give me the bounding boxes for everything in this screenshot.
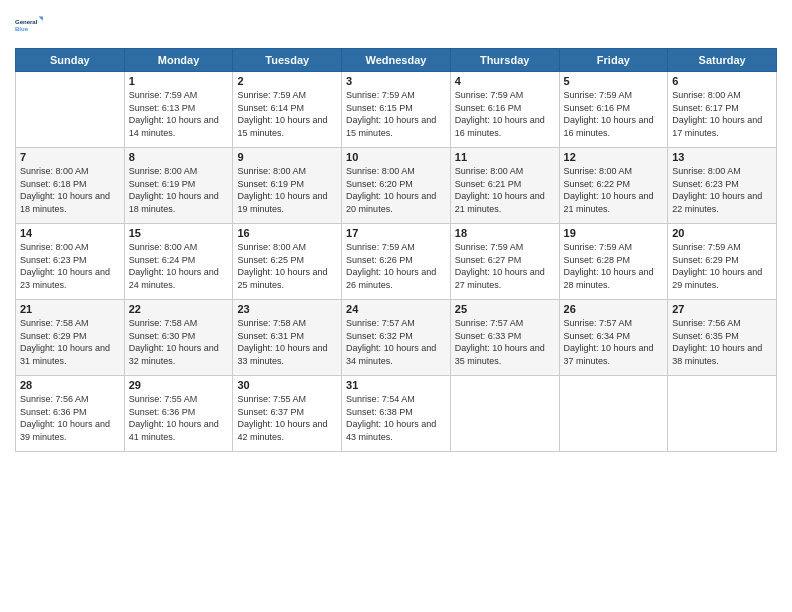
- calendar-week-row: 28Sunrise: 7:56 AMSunset: 6:36 PMDayligh…: [16, 376, 777, 452]
- calendar-day-cell: 16Sunrise: 8:00 AMSunset: 6:25 PMDayligh…: [233, 224, 342, 300]
- calendar-day-cell: 27Sunrise: 7:56 AMSunset: 6:35 PMDayligh…: [668, 300, 777, 376]
- day-info: Sunrise: 7:58 AMSunset: 6:31 PMDaylight:…: [237, 317, 337, 367]
- weekday-header-cell: Thursday: [450, 49, 559, 72]
- day-info: Sunrise: 7:57 AMSunset: 6:33 PMDaylight:…: [455, 317, 555, 367]
- day-info: Sunrise: 7:59 AMSunset: 6:15 PMDaylight:…: [346, 89, 446, 139]
- calendar-day-cell: [450, 376, 559, 452]
- day-number: 24: [346, 303, 446, 315]
- day-number: 19: [564, 227, 664, 239]
- day-info: Sunrise: 7:59 AMSunset: 6:16 PMDaylight:…: [564, 89, 664, 139]
- calendar-table: SundayMondayTuesdayWednesdayThursdayFrid…: [15, 48, 777, 452]
- svg-text:Blue: Blue: [15, 26, 29, 32]
- day-number: 3: [346, 75, 446, 87]
- day-number: 12: [564, 151, 664, 163]
- day-number: 6: [672, 75, 772, 87]
- weekday-header-cell: Friday: [559, 49, 668, 72]
- day-number: 20: [672, 227, 772, 239]
- calendar-day-cell: 10Sunrise: 8:00 AMSunset: 6:20 PMDayligh…: [342, 148, 451, 224]
- day-info: Sunrise: 8:00 AMSunset: 6:19 PMDaylight:…: [129, 165, 229, 215]
- calendar-day-cell: 3Sunrise: 7:59 AMSunset: 6:15 PMDaylight…: [342, 72, 451, 148]
- calendar-body: 1Sunrise: 7:59 AMSunset: 6:13 PMDaylight…: [16, 72, 777, 452]
- day-number: 1: [129, 75, 229, 87]
- weekday-header-row: SundayMondayTuesdayWednesdayThursdayFrid…: [16, 49, 777, 72]
- day-info: Sunrise: 8:00 AMSunset: 6:22 PMDaylight:…: [564, 165, 664, 215]
- day-number: 11: [455, 151, 555, 163]
- calendar-day-cell: 11Sunrise: 8:00 AMSunset: 6:21 PMDayligh…: [450, 148, 559, 224]
- day-info: Sunrise: 7:54 AMSunset: 6:38 PMDaylight:…: [346, 393, 446, 443]
- day-info: Sunrise: 7:59 AMSunset: 6:14 PMDaylight:…: [237, 89, 337, 139]
- calendar-day-cell: 14Sunrise: 8:00 AMSunset: 6:23 PMDayligh…: [16, 224, 125, 300]
- calendar-day-cell: 23Sunrise: 7:58 AMSunset: 6:31 PMDayligh…: [233, 300, 342, 376]
- day-number: 21: [20, 303, 120, 315]
- day-info: Sunrise: 7:56 AMSunset: 6:36 PMDaylight:…: [20, 393, 120, 443]
- weekday-header-cell: Wednesday: [342, 49, 451, 72]
- calendar-day-cell: [668, 376, 777, 452]
- day-number: 10: [346, 151, 446, 163]
- calendar-day-cell: 1Sunrise: 7:59 AMSunset: 6:13 PMDaylight…: [124, 72, 233, 148]
- svg-marker-2: [39, 16, 43, 20]
- page: GeneralBlue SundayMondayTuesdayWednesday…: [0, 0, 792, 612]
- calendar-day-cell: 29Sunrise: 7:55 AMSunset: 6:36 PMDayligh…: [124, 376, 233, 452]
- calendar-week-row: 1Sunrise: 7:59 AMSunset: 6:13 PMDaylight…: [16, 72, 777, 148]
- calendar-day-cell: 4Sunrise: 7:59 AMSunset: 6:16 PMDaylight…: [450, 72, 559, 148]
- weekday-header-cell: Monday: [124, 49, 233, 72]
- day-number: 17: [346, 227, 446, 239]
- calendar-day-cell: 30Sunrise: 7:55 AMSunset: 6:37 PMDayligh…: [233, 376, 342, 452]
- calendar-day-cell: 13Sunrise: 8:00 AMSunset: 6:23 PMDayligh…: [668, 148, 777, 224]
- day-info: Sunrise: 7:59 AMSunset: 6:13 PMDaylight:…: [129, 89, 229, 139]
- calendar-week-row: 21Sunrise: 7:58 AMSunset: 6:29 PMDayligh…: [16, 300, 777, 376]
- svg-text:General: General: [15, 19, 38, 25]
- day-number: 2: [237, 75, 337, 87]
- day-number: 28: [20, 379, 120, 391]
- day-number: 25: [455, 303, 555, 315]
- calendar-day-cell: 19Sunrise: 7:59 AMSunset: 6:28 PMDayligh…: [559, 224, 668, 300]
- calendar-day-cell: 18Sunrise: 7:59 AMSunset: 6:27 PMDayligh…: [450, 224, 559, 300]
- calendar-day-cell: 12Sunrise: 8:00 AMSunset: 6:22 PMDayligh…: [559, 148, 668, 224]
- calendar-day-cell: 21Sunrise: 7:58 AMSunset: 6:29 PMDayligh…: [16, 300, 125, 376]
- calendar-day-cell: 31Sunrise: 7:54 AMSunset: 6:38 PMDayligh…: [342, 376, 451, 452]
- day-info: Sunrise: 8:00 AMSunset: 6:23 PMDaylight:…: [672, 165, 772, 215]
- calendar-day-cell: 20Sunrise: 7:59 AMSunset: 6:29 PMDayligh…: [668, 224, 777, 300]
- weekday-header-cell: Tuesday: [233, 49, 342, 72]
- calendar-day-cell: 28Sunrise: 7:56 AMSunset: 6:36 PMDayligh…: [16, 376, 125, 452]
- calendar-week-row: 14Sunrise: 8:00 AMSunset: 6:23 PMDayligh…: [16, 224, 777, 300]
- calendar-day-cell: 7Sunrise: 8:00 AMSunset: 6:18 PMDaylight…: [16, 148, 125, 224]
- calendar-day-cell: 22Sunrise: 7:58 AMSunset: 6:30 PMDayligh…: [124, 300, 233, 376]
- day-number: 22: [129, 303, 229, 315]
- day-info: Sunrise: 7:56 AMSunset: 6:35 PMDaylight:…: [672, 317, 772, 367]
- calendar-day-cell: 5Sunrise: 7:59 AMSunset: 6:16 PMDaylight…: [559, 72, 668, 148]
- day-info: Sunrise: 8:00 AMSunset: 6:17 PMDaylight:…: [672, 89, 772, 139]
- day-number: 29: [129, 379, 229, 391]
- calendar-day-cell: 8Sunrise: 8:00 AMSunset: 6:19 PMDaylight…: [124, 148, 233, 224]
- day-info: Sunrise: 7:55 AMSunset: 6:37 PMDaylight:…: [237, 393, 337, 443]
- day-info: Sunrise: 7:55 AMSunset: 6:36 PMDaylight:…: [129, 393, 229, 443]
- day-info: Sunrise: 7:57 AMSunset: 6:34 PMDaylight:…: [564, 317, 664, 367]
- day-number: 23: [237, 303, 337, 315]
- calendar-day-cell: 17Sunrise: 7:59 AMSunset: 6:26 PMDayligh…: [342, 224, 451, 300]
- weekday-header-cell: Saturday: [668, 49, 777, 72]
- day-info: Sunrise: 7:59 AMSunset: 6:16 PMDaylight:…: [455, 89, 555, 139]
- day-info: Sunrise: 8:00 AMSunset: 6:23 PMDaylight:…: [20, 241, 120, 291]
- day-info: Sunrise: 7:57 AMSunset: 6:32 PMDaylight:…: [346, 317, 446, 367]
- day-number: 27: [672, 303, 772, 315]
- day-number: 8: [129, 151, 229, 163]
- day-info: Sunrise: 8:00 AMSunset: 6:25 PMDaylight:…: [237, 241, 337, 291]
- calendar-week-row: 7Sunrise: 8:00 AMSunset: 6:18 PMDaylight…: [16, 148, 777, 224]
- calendar-day-cell: 26Sunrise: 7:57 AMSunset: 6:34 PMDayligh…: [559, 300, 668, 376]
- logo-icon: GeneralBlue: [15, 10, 45, 40]
- day-number: 13: [672, 151, 772, 163]
- day-number: 31: [346, 379, 446, 391]
- logo: GeneralBlue: [15, 10, 45, 40]
- header: GeneralBlue: [15, 10, 777, 40]
- day-info: Sunrise: 7:58 AMSunset: 6:30 PMDaylight:…: [129, 317, 229, 367]
- calendar-day-cell: 15Sunrise: 8:00 AMSunset: 6:24 PMDayligh…: [124, 224, 233, 300]
- day-info: Sunrise: 8:00 AMSunset: 6:24 PMDaylight:…: [129, 241, 229, 291]
- weekday-header-cell: Sunday: [16, 49, 125, 72]
- day-number: 26: [564, 303, 664, 315]
- calendar-day-cell: 6Sunrise: 8:00 AMSunset: 6:17 PMDaylight…: [668, 72, 777, 148]
- calendar-day-cell: 24Sunrise: 7:57 AMSunset: 6:32 PMDayligh…: [342, 300, 451, 376]
- day-number: 14: [20, 227, 120, 239]
- day-number: 18: [455, 227, 555, 239]
- day-number: 7: [20, 151, 120, 163]
- day-info: Sunrise: 8:00 AMSunset: 6:19 PMDaylight:…: [237, 165, 337, 215]
